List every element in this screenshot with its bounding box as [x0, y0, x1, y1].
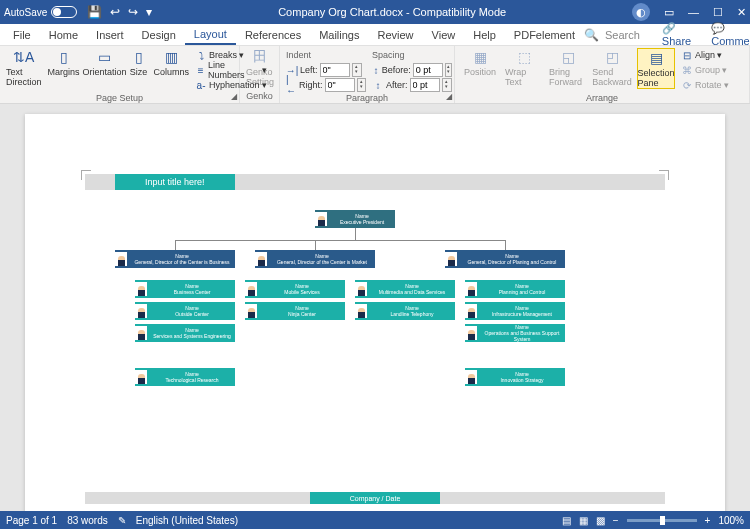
ribbon-display-icon[interactable]: ▭	[664, 6, 674, 19]
document-area[interactable]: Input title here! NameExecutive Presiden…	[0, 104, 750, 511]
text-direction-button[interactable]: ⇅AText Direction	[6, 48, 42, 87]
autosave-toggle[interactable]	[51, 6, 77, 18]
org-node[interactable]: NameGeneral, Director of the Center is M…	[255, 250, 375, 268]
tab-references[interactable]: References	[236, 24, 310, 45]
org-node[interactable]: NameServices and Systems Engineering	[135, 324, 235, 342]
org-node[interactable]: NameMobile Services	[245, 280, 345, 298]
search-input[interactable]: Search	[605, 29, 640, 41]
paragraph-launcher-icon[interactable]: ◢	[446, 92, 452, 101]
tab-layout[interactable]: Layout	[185, 24, 236, 45]
org-node[interactable]: NamePlanning and Control	[465, 280, 565, 298]
minimize-icon[interactable]: —	[688, 6, 699, 18]
comments-button[interactable]: 💬 Comments	[703, 22, 750, 47]
orientation-button[interactable]: ▭Orientation	[86, 48, 124, 77]
print-layout-icon[interactable]: ▦	[579, 515, 588, 526]
avatar-icon	[135, 282, 147, 296]
read-mode-icon[interactable]: ▤	[562, 515, 571, 526]
autosave[interactable]: AutoSave	[4, 6, 77, 18]
user-avatar[interactable]: ◐	[632, 3, 650, 21]
avatar-icon	[465, 370, 477, 384]
org-node[interactable]: NameOperations and Business Support Syst…	[465, 324, 565, 342]
genko-button: 田Genko Setting	[246, 48, 274, 87]
tab-view[interactable]: View	[423, 24, 465, 45]
selection-pane-button[interactable]: ▤Selection Pane	[637, 48, 675, 89]
spinner-icon[interactable]: ▴▾	[352, 63, 362, 77]
redo-icon[interactable]: ↪	[128, 5, 138, 19]
group-label-pagesetup: Page Setup	[6, 92, 233, 103]
title-banner[interactable]: Input title here!	[85, 174, 665, 190]
org-node[interactable]: NameInfrastructure Management	[465, 302, 565, 320]
zoom-in-icon[interactable]: +	[705, 515, 711, 526]
group-label-paragraph: Paragraph	[286, 92, 448, 103]
tab-pdfelement[interactable]: PDFelement	[505, 24, 584, 45]
tab-review[interactable]: Review	[369, 24, 423, 45]
columns-icon: ▥	[162, 48, 180, 66]
avatar-icon	[465, 282, 477, 296]
spacing-before[interactable]: ↕Before:▴▾	[372, 63, 452, 77]
pagesetup-launcher-icon[interactable]: ◢	[231, 92, 237, 101]
spellcheck-icon[interactable]: ✎	[118, 515, 126, 526]
group-icon: ⌘	[681, 64, 693, 76]
spinner-icon[interactable]: ▴▾	[442, 78, 452, 92]
columns-button[interactable]: ▥Columns	[154, 48, 190, 77]
org-node[interactable]: NameNinja Center	[245, 302, 345, 320]
margins-button[interactable]: ▯Margins	[48, 48, 80, 77]
page-footer[interactable]: Company / Date	[85, 492, 665, 504]
selection-pane-icon: ▤	[647, 49, 665, 67]
group-label-arrange: Arrange	[461, 92, 743, 103]
search-icon: 🔍	[584, 28, 599, 42]
undo-icon[interactable]: ↩	[110, 5, 120, 19]
group-label-genko: Genko	[246, 90, 273, 101]
send-backward-icon: ◰	[603, 48, 621, 66]
spacing-before-input[interactable]	[413, 63, 443, 77]
org-node[interactable]: NameBusiness Center	[135, 280, 235, 298]
org-node[interactable]: NameGeneral, Director of Planing and Con…	[445, 250, 565, 268]
avatar-icon	[135, 370, 147, 384]
status-words[interactable]: 83 words	[67, 515, 108, 526]
avatar-icon	[135, 304, 147, 318]
org-node[interactable]: NameTechnological Research	[135, 368, 235, 386]
save-icon[interactable]: 💾	[87, 5, 102, 19]
web-layout-icon[interactable]: ▩	[596, 515, 605, 526]
spacing-after-input[interactable]	[410, 78, 440, 92]
indent-right-input[interactable]	[325, 78, 355, 92]
org-chart[interactable]: NameExecutive President NameGeneral, Dir…	[85, 210, 665, 450]
size-button[interactable]: ▯Size	[130, 48, 148, 77]
zoom-slider[interactable]	[627, 519, 697, 522]
spacing-before-icon: ↕	[372, 64, 380, 76]
maximize-icon[interactable]: ☐	[713, 6, 723, 19]
share-button[interactable]: 🔗 Share	[654, 22, 699, 47]
line-numbers-icon: ≡	[195, 64, 206, 76]
indent-left[interactable]: →|Left:▴▾	[286, 63, 366, 77]
org-node[interactable]: NameGeneral, Director of the Center is B…	[115, 250, 235, 268]
close-icon[interactable]: ✕	[737, 6, 746, 19]
window-title: Company Org Chart.docx - Compatibility M…	[152, 6, 632, 18]
spacing-after[interactable]: ↕After:▴▾	[372, 78, 452, 92]
tab-help[interactable]: Help	[464, 24, 505, 45]
tab-insert[interactable]: Insert	[87, 24, 133, 45]
indent-left-input[interactable]	[320, 63, 350, 77]
hyphenation-icon: a-	[195, 79, 207, 91]
title-placeholder[interactable]: Input title here!	[115, 174, 235, 190]
spinner-icon[interactable]: ▴▾	[445, 63, 452, 77]
org-node[interactable]: NameInnovation Strategy	[465, 368, 565, 386]
org-node[interactable]: NameMultimedia and Data Services	[355, 280, 455, 298]
spinner-icon[interactable]: ▴▾	[357, 78, 366, 92]
zoom-out-icon[interactable]: −	[613, 515, 619, 526]
indent-right[interactable]: |←Right:▴▾	[286, 78, 366, 92]
org-node[interactable]: NameLandline Telephony	[355, 302, 455, 320]
tab-mailings[interactable]: Mailings	[310, 24, 368, 45]
org-node[interactable]: NameOutside Center	[135, 302, 235, 320]
tab-design[interactable]: Design	[133, 24, 185, 45]
zoom-level[interactable]: 100%	[718, 515, 744, 526]
status-language[interactable]: English (United States)	[136, 515, 238, 526]
tab-file[interactable]: File	[4, 24, 40, 45]
status-page[interactable]: Page 1 of 1	[6, 515, 57, 526]
tab-home[interactable]: Home	[40, 24, 87, 45]
avatar-icon	[115, 252, 127, 266]
org-node-top[interactable]: NameExecutive President	[315, 210, 395, 228]
align-button[interactable]: ⊟Align ▾	[681, 48, 729, 62]
spacing-label: Spacing	[372, 48, 452, 62]
bring-forward-button: ◱Bring Forward	[549, 48, 587, 87]
page[interactable]: Input title here! NameExecutive Presiden…	[25, 114, 725, 511]
